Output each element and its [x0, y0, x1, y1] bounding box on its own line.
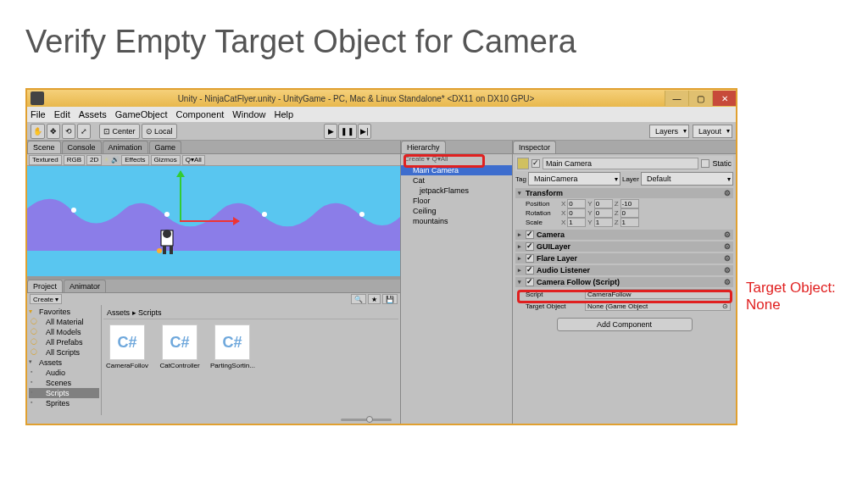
- folder-sprites[interactable]: Sprites: [29, 398, 99, 408]
- breadcrumb[interactable]: Assets ▸ Scripts: [103, 307, 398, 319]
- hierarchy-mountains[interactable]: mountains: [401, 216, 512, 226]
- fav-scripts[interactable]: All Scripts: [29, 347, 99, 358]
- target-object-field[interactable]: None (Game Object⊙: [585, 301, 731, 311]
- rot-y[interactable]: [594, 208, 613, 218]
- tab-game[interactable]: Game: [149, 141, 182, 153]
- fav-models[interactable]: All Models: [29, 327, 99, 337]
- fav-prefabs[interactable]: All Prefabs: [29, 337, 99, 347]
- scene-search[interactable]: Q▾All: [182, 155, 205, 165]
- menu-assets[interactable]: Assets: [79, 109, 107, 119]
- asset-camerafollow[interactable]: C#CameraFollov: [105, 324, 149, 369]
- project-filter[interactable]: ★: [368, 294, 381, 304]
- folder-audio[interactable]: Audio: [29, 368, 99, 378]
- titlebar[interactable]: Unity - NinjaCatFlyer.unity - UnityGame …: [27, 90, 736, 107]
- pos-x[interactable]: [567, 199, 586, 208]
- rot-z[interactable]: [620, 208, 639, 218]
- project-search[interactable]: 🔍: [351, 294, 366, 304]
- tab-scene[interactable]: Scene: [27, 141, 61, 153]
- x-axis-gizmo[interactable]: [180, 220, 239, 222]
- folder-scripts[interactable]: Scripts: [29, 388, 99, 398]
- pivot-center-button[interactable]: ⊡ Center: [99, 124, 140, 139]
- add-component-button[interactable]: Add Component: [557, 318, 693, 331]
- layer-dropdown[interactable]: Default: [641, 172, 733, 186]
- rotate-tool[interactable]: ⟲: [62, 124, 75, 139]
- project-save[interactable]: 💾: [382, 294, 398, 304]
- layers-dropdown[interactable]: Layers: [649, 125, 689, 138]
- scl-y[interactable]: [594, 218, 613, 227]
- camerafollow-component[interactable]: Camera Follow (Script)⚙: [515, 277, 733, 287]
- scale-tool[interactable]: ⤢: [77, 124, 91, 139]
- gear-icon[interactable]: ⚙: [724, 266, 731, 274]
- pause-button[interactable]: ❚❚: [338, 124, 357, 139]
- object-name-input[interactable]: [542, 158, 698, 169]
- character-sprite[interactable]: [154, 225, 183, 259]
- gear-icon[interactable]: ⚙: [724, 242, 731, 251]
- tab-project[interactable]: Project: [27, 280, 63, 292]
- active-checkbox[interactable]: [531, 159, 540, 168]
- menu-window[interactable]: Window: [232, 109, 265, 119]
- tab-animation[interactable]: Animation: [103, 141, 148, 153]
- gear-icon[interactable]: ⚙: [724, 189, 731, 197]
- tab-console[interactable]: Console: [62, 141, 102, 153]
- guilayer-enabled[interactable]: [526, 242, 534, 251]
- hierarchy-ceiling[interactable]: Ceiling: [401, 206, 512, 216]
- hierarchy-create[interactable]: Create ▾ Q▾All: [401, 154, 512, 164]
- gear-icon[interactable]: ⚙: [724, 230, 731, 239]
- hierarchy-main-camera[interactable]: Main Camera: [401, 165, 512, 175]
- project-tree[interactable]: Favorites All Material All Models All Pr…: [27, 305, 102, 415]
- assets-node[interactable]: Assets: [29, 358, 99, 368]
- flare-component[interactable]: Flare Layer⚙: [515, 253, 733, 263]
- script-field[interactable]: CameraFollow: [585, 289, 731, 299]
- step-button[interactable]: ▶|: [358, 124, 371, 139]
- menu-help[interactable]: Help: [274, 109, 293, 119]
- gizmos-toggle[interactable]: Gizmos: [151, 155, 181, 165]
- project-zoom-slider[interactable]: [27, 415, 400, 424]
- project-create[interactable]: Create ▾: [30, 294, 62, 304]
- 2d-toggle[interactable]: 2D: [86, 155, 102, 165]
- script-enabled[interactable]: [526, 278, 534, 286]
- minimize-button[interactable]: —: [665, 91, 688, 106]
- guilayer-component[interactable]: GUILayer⚙: [515, 241, 733, 252]
- menu-edit[interactable]: Edit: [54, 109, 70, 119]
- close-button[interactable]: ✕: [712, 91, 736, 106]
- favorites-node[interactable]: Favorites: [29, 307, 99, 317]
- play-button[interactable]: ▶: [324, 124, 337, 139]
- pos-y[interactable]: [594, 199, 613, 208]
- menu-component[interactable]: Component: [175, 109, 224, 119]
- folder-scenes[interactable]: Scenes: [29, 378, 99, 388]
- y-axis-gizmo[interactable]: [180, 171, 181, 222]
- rot-x[interactable]: [567, 208, 586, 218]
- tag-dropdown[interactable]: MainCamera: [528, 172, 620, 186]
- maximize-button[interactable]: ▢: [688, 91, 712, 106]
- hierarchy-jetpackflames[interactable]: jetpackFlames: [401, 186, 512, 196]
- scl-x[interactable]: [567, 218, 586, 227]
- project-content[interactable]: Assets ▸ Scripts C#CameraFollov C#CatCon…: [102, 305, 400, 415]
- menu-gameobject[interactable]: GameObject: [115, 109, 168, 119]
- shading-mode[interactable]: Textured: [29, 155, 62, 165]
- tab-inspector[interactable]: Inspector: [513, 141, 556, 153]
- hierarchy-floor[interactable]: Floor: [401, 196, 512, 206]
- scl-z[interactable]: [620, 218, 639, 227]
- audio-component[interactable]: Audio Listener⚙: [515, 265, 733, 275]
- hierarchy-list[interactable]: Main Camera Cat jetpackFlames Floor Ceil…: [401, 164, 512, 228]
- menu-file[interactable]: File: [31, 109, 46, 119]
- audio-enabled[interactable]: [526, 266, 534, 274]
- render-mode[interactable]: RGB: [64, 155, 85, 165]
- hand-tool[interactable]: ✋: [31, 124, 45, 139]
- tab-hierarchy[interactable]: Hierarchy: [401, 141, 446, 153]
- scene-view[interactable]: [27, 166, 400, 276]
- pivot-local-button[interactable]: ⊙ Local: [142, 124, 177, 139]
- fav-material[interactable]: All Material: [29, 317, 99, 327]
- hierarchy-cat[interactable]: Cat: [401, 175, 512, 186]
- tab-animator[interactable]: Animator: [64, 280, 106, 292]
- effects-toggle[interactable]: Effects: [121, 155, 148, 165]
- asset-partingsortin[interactable]: C#PartingSortin...: [210, 324, 254, 369]
- asset-catcontroller[interactable]: C#CatController: [158, 324, 202, 369]
- camera-component[interactable]: Camera⚙: [515, 230, 733, 240]
- gear-icon[interactable]: ⚙: [724, 278, 731, 286]
- transform-header[interactable]: Transform⚙: [515, 188, 733, 198]
- layout-dropdown[interactable]: Layout: [693, 125, 732, 138]
- move-tool[interactable]: ✥: [47, 124, 60, 139]
- pos-z[interactable]: [620, 199, 639, 208]
- flare-enabled[interactable]: [526, 254, 534, 263]
